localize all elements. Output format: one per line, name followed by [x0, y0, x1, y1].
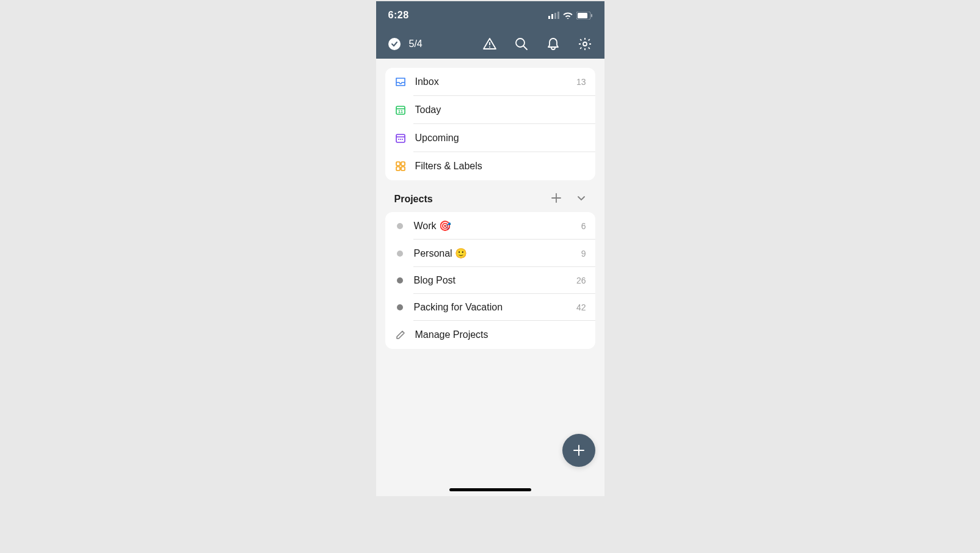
svg-rect-0 [548, 16, 550, 19]
collapse-projects-icon[interactable] [576, 193, 586, 205]
warning-icon[interactable] [482, 37, 497, 51]
project-dot [397, 304, 403, 310]
nav-label: Inbox [415, 76, 576, 87]
svg-point-8 [489, 46, 490, 48]
project-label: Work 🎯 [414, 220, 581, 232]
svg-rect-5 [578, 13, 587, 18]
nav-label: Filters & Labels [415, 161, 586, 172]
project-item-blog-post[interactable]: Blog Post 26 [385, 267, 595, 294]
app-toolbar: 5/4 [376, 29, 604, 59]
project-count: 9 [581, 249, 586, 258]
project-item-work[interactable]: Work 🎯 6 [385, 212, 595, 240]
svg-rect-6 [591, 14, 592, 17]
svg-point-19 [402, 139, 403, 140]
svg-rect-22 [396, 167, 400, 170]
nav-count: 13 [576, 77, 586, 87]
manage-projects-item[interactable]: Manage Projects [385, 321, 595, 349]
nav-upcoming[interactable]: Upcoming [385, 124, 595, 152]
views-card: Inbox 13 11 Today Upcoming [385, 68, 595, 180]
project-label: Personal 🙂 [414, 247, 581, 259]
svg-point-17 [398, 139, 399, 140]
projects-actions [551, 192, 586, 206]
project-count: 26 [576, 276, 586, 285]
phone-screen: 6:28 5/4 [376, 1, 604, 496]
status-time: 6:28 [388, 10, 409, 21]
svg-point-11 [583, 42, 587, 46]
projects-card: Work 🎯 6 Personal 🙂 9 Blog Post 26 Packi… [385, 212, 595, 349]
signal-icon [548, 12, 559, 19]
add-project-icon[interactable] [551, 192, 562, 206]
project-count: 6 [581, 221, 586, 231]
content-area: Inbox 13 11 Today Upcoming [376, 59, 604, 358]
svg-rect-15 [396, 134, 405, 142]
nav-label: Today [415, 104, 586, 115]
upcoming-icon [394, 132, 407, 144]
svg-rect-2 [554, 13, 556, 19]
battery-icon [576, 12, 592, 20]
svg-rect-20 [396, 162, 400, 166]
svg-text:11: 11 [398, 109, 403, 114]
project-dot [397, 277, 403, 284]
project-label: Packing for Vacation [414, 302, 576, 313]
svg-point-18 [400, 139, 401, 140]
svg-rect-21 [401, 162, 405, 166]
search-icon[interactable] [514, 37, 529, 51]
project-count: 42 [576, 302, 586, 312]
pencil-icon [394, 329, 407, 341]
nav-label: Upcoming [415, 133, 586, 144]
projects-title: Projects [394, 194, 551, 205]
project-dot [397, 251, 403, 257]
manage-projects-label: Manage Projects [415, 329, 586, 340]
svg-rect-23 [401, 167, 405, 170]
today-icon: 11 [394, 104, 407, 116]
svg-rect-3 [557, 12, 559, 19]
home-indicator[interactable] [449, 488, 531, 491]
add-task-fab[interactable] [562, 434, 595, 467]
project-item-packing[interactable]: Packing for Vacation 42 [385, 294, 595, 321]
progress-label: 5/4 [409, 38, 474, 49]
progress-check-icon[interactable] [388, 38, 401, 50]
status-icons [548, 12, 592, 20]
svg-line-10 [523, 46, 527, 49]
project-label: Blog Post [414, 275, 576, 286]
nav-filters-labels[interactable]: Filters & Labels [385, 152, 595, 180]
projects-header: Projects [385, 180, 595, 212]
status-bar: 6:28 [376, 1, 604, 29]
notification-bell-icon[interactable] [546, 37, 561, 51]
project-item-personal[interactable]: Personal 🙂 9 [385, 240, 595, 267]
project-dot [397, 223, 403, 229]
toolbar-icons-group [482, 37, 592, 51]
inbox-icon [394, 76, 407, 88]
nav-inbox[interactable]: Inbox 13 [385, 68, 595, 96]
filters-icon [394, 160, 407, 172]
nav-today[interactable]: 11 Today [385, 96, 595, 124]
settings-gear-icon[interactable] [578, 37, 592, 51]
wifi-icon [563, 12, 573, 19]
svg-rect-1 [551, 14, 553, 19]
plus-icon [572, 443, 586, 458]
